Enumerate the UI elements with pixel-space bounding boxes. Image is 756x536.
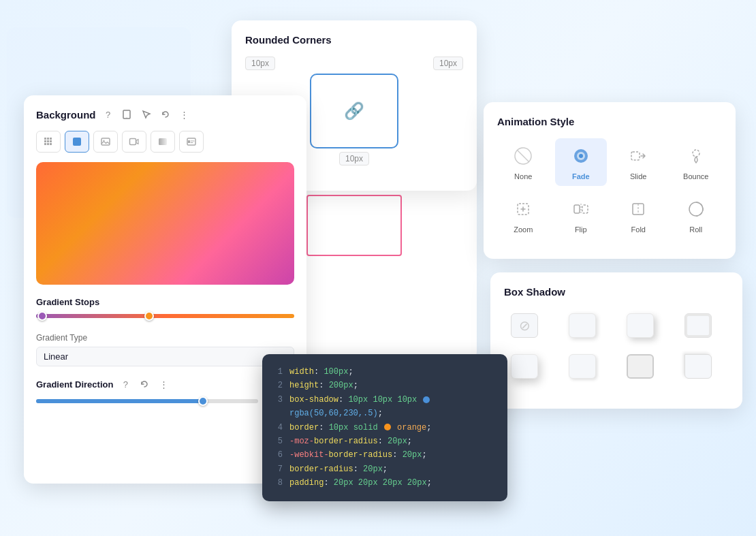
code-line-1: 1 width: 100px; [274,365,495,379]
pattern-icon[interactable] [36,131,61,153]
stop-dot-purple[interactable] [37,311,47,321]
corner-top-right[interactable]: 10px [433,57,463,70]
device-icon[interactable] [121,108,134,121]
animation-card: Animation Style None Fade Slide Bounce [484,102,736,259]
anim-slide[interactable]: Slide [612,138,665,186]
shadow-box-1 [569,313,596,338]
code-line-6: 6 -webkit-border-radius: 20px; [274,448,495,462]
svg-rect-3 [101,138,110,145]
code-line-2: 2 height: 200px; [274,379,495,392]
line-num-5: 5 [274,435,283,448]
cursor-icon[interactable] [140,108,153,121]
anim-none[interactable]: None [497,138,550,186]
solid-color-icon[interactable] [65,131,89,153]
code-text-6: -webkit-border-radius: 20px; [289,448,495,462]
anim-fold-icon [626,197,650,221]
toolbar-icons [36,131,294,153]
line-num-2: 2 [274,379,283,392]
more-options-icon[interactable] [179,131,204,153]
card-header: Background ? ⋮ [36,108,294,121]
code-line-4: 4 border: 10px solid orange; [274,421,495,435]
shadow-box-7 [684,354,712,379]
anim-slide-icon [626,144,650,168]
video-icon[interactable] [122,131,146,153]
stop-dot-orange[interactable] [144,311,154,321]
code-text-3: box-shadow: 10px 10px 10px rgba(50,60,23… [289,393,495,421]
svg-rect-14 [631,152,640,160]
direction-undo-icon[interactable] [138,377,151,391]
svg-rect-6 [159,138,167,145]
code-text-2: height: 200px; [289,379,495,392]
svg-rect-17 [574,205,580,213]
svg-point-1 [126,118,127,119]
direction-help-icon[interactable]: ? [119,377,132,391]
shadow-none[interactable]: ⊘ [504,309,545,343]
direction-more-icon[interactable]: ⋮ [157,377,170,391]
svg-rect-2 [73,138,81,146]
line-num-7: 7 [274,462,283,476]
shadow-4[interactable] [504,349,545,383]
anim-zoom-icon [511,197,535,221]
anim-fold[interactable]: Fold [612,191,665,239]
anim-flip-icon [569,197,593,221]
anim-zoom-label: Zoom [514,225,533,234]
code-text-5: -moz-border-radius: 20px; [289,435,495,448]
anim-bounce[interactable]: Bounce [670,138,723,186]
svg-line-10 [517,150,529,162]
gradient-icon[interactable] [151,131,175,153]
anim-roll-label: Roll [689,225,702,234]
direction-slider-thumb [198,396,208,406]
shadow-box-5 [569,354,596,379]
shadow-none-box: ⊘ [511,313,538,338]
svg-point-15 [693,150,699,157]
undo-icon[interactable] [159,108,172,121]
anim-roll-icon [684,197,708,221]
shadow-6[interactable] [620,349,661,383]
line-num-8: 8 [274,476,283,490]
direction-slider-fill [36,399,203,403]
code-text-1: width: 100px; [289,365,495,379]
shadow-5[interactable] [562,349,603,383]
anim-flip-label: Flip [575,225,587,234]
gradient-type-label: Gradient Type [36,333,294,343]
help-icon[interactable]: ? [101,108,115,121]
gradient-direction-label: Gradient Direction [36,379,113,390]
svg-point-13 [579,154,583,158]
gradient-preview [36,162,294,285]
direction-header: Gradient Direction ? ⋮ [36,377,294,391]
anim-slide-label: Slide [630,172,646,180]
anim-fade-icon [569,144,593,168]
gradient-type-group: Gradient Type Linear [36,333,294,366]
shadow-box-3 [684,313,712,338]
shadow-1[interactable] [562,309,603,343]
svg-rect-8 [188,140,190,143]
line-num-4: 4 [274,421,283,435]
shadow-7[interactable] [678,349,719,383]
corner-bottom[interactable]: 10px [339,152,369,165]
anim-fade[interactable]: Fade [555,138,608,186]
anim-fold-label: Fold [631,225,646,234]
direction-row: 320deg [36,396,294,406]
image-icon[interactable] [93,131,118,153]
gradient-stops-bar[interactable] [36,314,294,318]
shadow-2[interactable] [620,309,661,343]
anim-zoom[interactable]: Zoom [497,191,550,239]
corner-top-left[interactable]: 10px [245,57,275,70]
code-line-8: 8 padding: 20px 20px 20px 20px; [274,476,495,490]
shadow-3[interactable] [678,309,719,343]
pink-preview-box [306,195,402,256]
gradient-type-value[interactable]: Linear [36,347,294,366]
box-shadow-card: Box Shadow ⊘ [490,272,742,409]
anim-flip[interactable]: Flip [555,191,608,239]
anim-none-label: None [514,172,532,180]
anim-fade-label: Fade [572,172,590,180]
shadow-box-4 [511,354,538,379]
line-num-3: 3 [274,393,283,421]
anim-roll[interactable]: Roll [670,191,723,239]
shadow-grid: ⊘ [504,309,729,383]
direction-slider[interactable] [36,399,258,403]
more-icon[interactable]: ⋮ [178,108,191,121]
svg-rect-0 [123,110,130,119]
anim-none-icon [511,144,535,168]
svg-rect-5 [130,139,136,145]
